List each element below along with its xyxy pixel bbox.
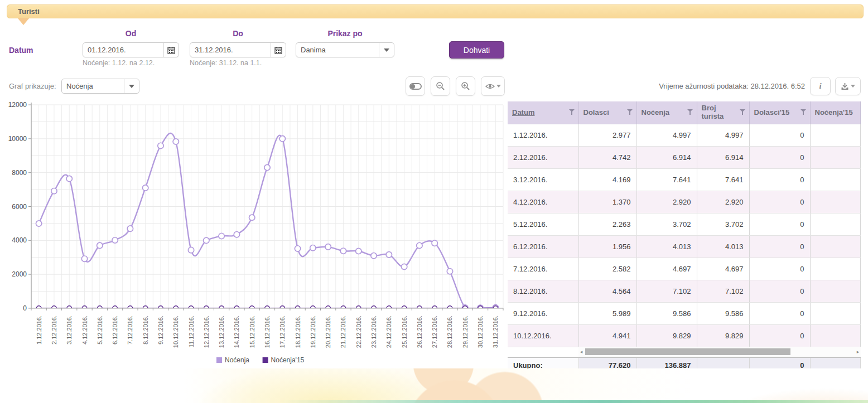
page-number-input[interactable]	[575, 377, 602, 391]
scrollbar-thumb[interactable]	[585, 348, 790, 355]
value-cell: 0	[749, 258, 810, 280]
svg-text:26.12.2016.: 26.12.2016.	[416, 315, 423, 348]
filter-funnel-icon[interactable]	[627, 109, 633, 115]
totals-value	[810, 358, 861, 373]
totals-value: 77.620	[578, 358, 636, 373]
date-to-field[interactable]: 31.12.2016.	[190, 42, 286, 57]
svg-text:11.12.2016.: 11.12.2016.	[188, 315, 195, 347]
scroll-left-arrow-icon[interactable]: ◂	[578, 347, 584, 357]
svg-text:12.12.2016.: 12.12.2016.	[203, 315, 210, 348]
value-cell: 0	[749, 191, 810, 213]
zoom-in-button[interactable]	[456, 76, 475, 96]
filter-funnel-icon[interactable]	[740, 109, 745, 115]
column-header-label: Dolasci'15	[754, 109, 790, 116]
zoom-out-button[interactable]	[431, 76, 450, 96]
value-cell: 2.920	[697, 191, 749, 213]
value-cell	[810, 280, 861, 302]
date-cell: 8.12.2016.	[508, 280, 578, 302]
filter-funnel-icon[interactable]	[801, 109, 806, 115]
date-cell: 9.12.2016.	[508, 302, 578, 324]
table-row: 4.12.2016.1.3702.9202.9200	[508, 191, 861, 213]
value-cell: 6.914	[697, 146, 749, 168]
column-header[interactable]: Noćenja	[636, 101, 697, 124]
svg-text:6.12.2016.: 6.12.2016.	[112, 315, 118, 344]
chart-toggle-button[interactable]	[406, 76, 425, 96]
date-cell: 4.12.2016.	[508, 191, 578, 213]
table-row: 5.12.2016.2.2633.7023.7020	[508, 213, 861, 235]
series-visibility-button[interactable]	[481, 76, 505, 96]
svg-text:10.12.2016.: 10.12.2016.	[172, 315, 179, 348]
column-header[interactable]: Broj turista	[697, 101, 749, 124]
svg-text:8000: 8000	[12, 169, 27, 177]
chevron-down-icon[interactable]	[379, 43, 394, 57]
column-header[interactable]: Datum	[508, 101, 578, 124]
table-horizontal-scrollbar[interactable]: ◂ ▸	[578, 347, 861, 357]
first-page-button[interactable]: ◀	[512, 377, 526, 391]
value-cell: 0	[749, 324, 810, 347]
value-cell: 4.742	[578, 146, 636, 168]
turisti-tab[interactable]: Turisti	[7, 4, 864, 18]
value-cell: 4.941	[578, 324, 636, 347]
filter-funnel-icon[interactable]	[569, 109, 575, 115]
svg-text:Noćenja'15: Noćenja'15	[271, 356, 305, 364]
datum-label: Datum	[9, 46, 33, 55]
data-freshness-text: Vrijeme ažurnosti podataka: 28.12.2016. …	[659, 82, 805, 90]
next-page-button[interactable]: ▶	[627, 377, 641, 391]
dohvati-button[interactable]: Dohvati	[449, 41, 504, 59]
svg-text:29.12.2016.: 29.12.2016.	[462, 315, 469, 348]
column-header-label: Noćenja	[642, 109, 670, 116]
svg-text:31.12.2016.: 31.12.2016.	[492, 315, 499, 348]
value-cell	[810, 146, 861, 168]
value-cell: 9.829	[697, 324, 749, 347]
turisti-page: Turisti Datum Od Do Prikaz po 01.12.2016…	[0, 0, 868, 403]
value-cell: 4.013	[636, 235, 697, 258]
svg-text:30.12.2016.: 30.12.2016.	[477, 315, 484, 348]
svg-text:12000: 12000	[8, 101, 27, 109]
svg-text:2.12.2016.: 2.12.2016.	[51, 315, 57, 344]
filter-funnel-icon[interactable]	[687, 109, 693, 115]
date-from-hint: Noćenje: 1.12. na 2.12.	[83, 59, 155, 67]
svg-text:18.12.2016.: 18.12.2016.	[295, 315, 301, 348]
chevron-down-icon[interactable]	[124, 79, 139, 93]
value-cell: 4.564	[578, 280, 636, 302]
value-cell: 9.586	[636, 302, 697, 324]
footer-teal-stripe	[279, 400, 868, 403]
table-row: 10.12.2016.4.9419.8299.8290	[508, 324, 861, 347]
column-header[interactable]: Dolasci	[578, 101, 636, 124]
table-row: 6.12.2016.1.9564.0134.0130	[508, 235, 861, 258]
value-cell: 6.914	[636, 146, 697, 168]
column-header[interactable]: Dolasci'15	[749, 101, 810, 124]
previous-page-button[interactable]: ◀	[528, 377, 542, 391]
date-from-value[interactable]: 01.12.2016.	[83, 46, 163, 54]
svg-text:19.12.2016.: 19.12.2016.	[310, 315, 316, 348]
scroll-right-arrow-icon[interactable]: ▸	[855, 347, 861, 357]
svg-text:Noćenja: Noćenja	[225, 356, 249, 364]
value-cell: 9.829	[636, 324, 697, 347]
svg-text:14.12.2016.: 14.12.2016.	[233, 315, 240, 348]
svg-text:15.12.2016.: 15.12.2016.	[249, 315, 255, 348]
calendar-icon[interactable]	[271, 43, 286, 57]
totals-table: Ukupno:77.620136.8870	[508, 358, 861, 373]
graf-prikazuje-value: Noćenja	[62, 82, 124, 90]
page-size-value: 10	[668, 380, 683, 389]
date-from-field[interactable]: 01.12.2016.	[83, 42, 179, 57]
export-button[interactable]	[835, 77, 861, 95]
value-cell	[810, 191, 861, 213]
stranica-label: Stranica	[549, 380, 576, 389]
svg-text:17.12.2016.: 17.12.2016.	[279, 315, 286, 348]
date-to-value[interactable]: 31.12.2016.	[190, 46, 271, 54]
date-cell: 6.12.2016.	[508, 235, 578, 258]
column-header[interactable]: Noćenja'15	[810, 101, 861, 124]
value-cell	[810, 324, 861, 347]
zoom-in-icon	[461, 81, 470, 91]
calendar-icon[interactable]	[163, 43, 179, 57]
page-size-select[interactable]: 10	[668, 377, 694, 392]
chevron-down-icon	[851, 85, 855, 88]
value-cell: 0	[749, 302, 810, 324]
scrollbar-track[interactable]	[584, 348, 855, 355]
prikaz-po-select[interactable]: Danima	[296, 42, 394, 57]
graf-prikazuje-select[interactable]: Noćenja	[61, 79, 139, 94]
chevron-down-icon[interactable]	[683, 377, 693, 391]
info-button[interactable]: i	[810, 77, 831, 95]
last-page-button[interactable]: ▶	[643, 391, 657, 403]
